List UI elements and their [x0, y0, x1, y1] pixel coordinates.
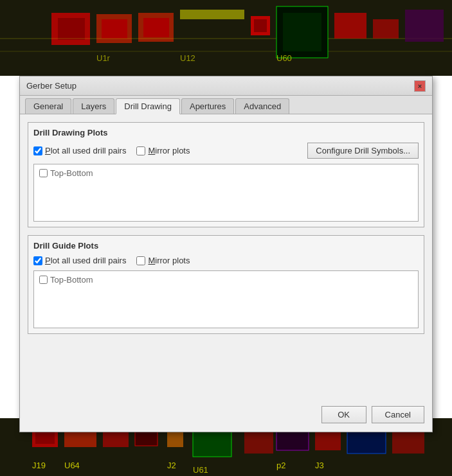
tab-advanced[interactable]: Advanced — [235, 98, 289, 114]
svg-text:J3: J3 — [315, 461, 324, 470]
bottom-buttons: OK Cancel — [28, 401, 424, 423]
dialog-titlebar: Gerber Setup × — [20, 76, 432, 96]
mirror-plots-checkbox-2[interactable] — [136, 256, 145, 265]
mirror-plots-label-2[interactable]: Mirror plots — [136, 256, 190, 265]
drill-guide-item-top-bottom-checkbox[interactable] — [39, 276, 48, 284]
drill-drawing-section: Drill Drawing Plots Plot all used drill … — [28, 122, 424, 227]
plot-all-drill-pairs-checkbox[interactable] — [33, 146, 42, 155]
plot-all-drill-pairs-text-2: Plot all used drill pairs — [45, 256, 126, 265]
plot-all-drill-pairs-label[interactable]: Plot all used drill pairs — [33, 146, 126, 155]
dialog-content: Drill Drawing Plots Plot all used drill … — [20, 114, 432, 431]
svg-rect-31 — [315, 431, 341, 450]
mirror-plots-text-1: Mirror plots — [148, 146, 190, 155]
cancel-button[interactable]: Cancel — [372, 406, 424, 423]
drill-drawing-title: Drill Drawing Plots — [33, 128, 419, 137]
svg-text:U12: U12 — [180, 53, 195, 63]
svg-rect-15 — [334, 13, 366, 39]
tab-drill-drawing[interactable]: Drill Drawing — [116, 98, 180, 114]
svg-rect-16 — [373, 19, 399, 39]
tab-apertures[interactable]: Apertures — [181, 98, 234, 114]
plot-all-drill-pairs-text: Plot all used drill pairs — [45, 146, 126, 155]
tab-layers[interactable]: Layers — [73, 98, 114, 114]
drill-drawing-list-item-0: Top-Bottom — [37, 167, 415, 179]
svg-text:U60: U60 — [276, 53, 292, 63]
mirror-plots-checkbox-1[interactable] — [136, 146, 145, 155]
tabs-row: General Layers Drill Drawing Apertures A… — [20, 96, 432, 114]
mirror-plots-label-1[interactable]: Mirror plots — [136, 146, 190, 155]
svg-rect-3 — [58, 18, 85, 40]
svg-rect-7 — [143, 18, 169, 37]
drill-guide-title: Drill Guide Plots — [33, 241, 419, 251]
svg-rect-12 — [254, 19, 267, 32]
drill-guide-controls-row: Plot all used drill pairs Mirror plots — [33, 256, 419, 265]
drill-guide-section: Drill Guide Plots Plot all used drill pa… — [28, 235, 424, 334]
svg-text:p2: p2 — [276, 461, 285, 470]
svg-rect-10 — [180, 10, 244, 19]
pcb-background-top: U60 U1r U12 — [0, 0, 452, 76]
svg-text:U61: U61 — [193, 465, 208, 475]
plot-all-drill-pairs-label-2[interactable]: Plot all used drill pairs — [33, 256, 126, 265]
drill-guide-listbox: Top-Bottom — [33, 270, 419, 328]
drill-guide-list-item-0: Top-Bottom — [37, 274, 415, 286]
dialog-title: Gerber Setup — [26, 81, 77, 91]
mirror-plots-text-2: Mirror plots — [148, 256, 190, 265]
gerber-setup-dialog: Gerber Setup × General Layers Drill Draw… — [19, 76, 433, 432]
ok-button[interactable]: OK — [321, 406, 366, 423]
svg-rect-17 — [405, 10, 444, 42]
drill-drawing-controls-row: Plot all used drill pairs Mirror plots C… — [33, 143, 419, 159]
svg-text:U64: U64 — [64, 461, 80, 470]
svg-text:J19: J19 — [32, 461, 46, 470]
spacer — [28, 342, 424, 401]
svg-rect-14 — [283, 13, 321, 51]
svg-text:U1r: U1r — [96, 53, 111, 63]
svg-rect-27 — [167, 431, 183, 447]
svg-rect-5 — [102, 19, 127, 39]
tab-general[interactable]: General — [25, 98, 71, 114]
svg-text:J2: J2 — [167, 461, 176, 470]
configure-drill-symbols-button[interactable]: Configure Drill Symbols... — [307, 143, 419, 159]
plot-all-drill-pairs-checkbox-2[interactable] — [33, 256, 42, 265]
drill-drawing-item-top-bottom-label: Top-Bottom — [50, 168, 93, 178]
close-button[interactable]: × — [414, 80, 426, 92]
drill-guide-item-top-bottom-label: Top-Bottom — [50, 275, 93, 285]
drill-drawing-item-top-bottom-checkbox[interactable] — [39, 169, 48, 177]
drill-drawing-listbox: Top-Bottom — [33, 164, 419, 222]
